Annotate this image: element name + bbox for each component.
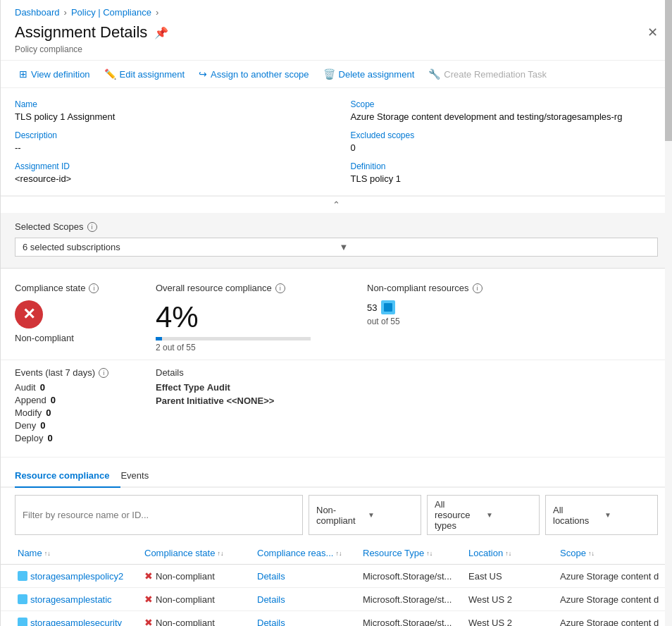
parent-initiative-row: Parent Initiative <<NONE>> — [156, 395, 367, 406]
table-row: storagesamplesecurity ✖ Non-compliant De… — [1, 611, 672, 626]
excluded-scopes-value: 0 — [351, 142, 659, 153]
compliance-progress-bar — [156, 337, 311, 340]
th-compliance-state[interactable]: Compliance state ↑↓ — [142, 542, 254, 564]
th-compliance-reason[interactable]: Compliance reas... ↑↓ — [254, 542, 360, 564]
resource-type-filter-value: All resource types — [435, 499, 480, 531]
compliance-out-of: 2 out of 55 — [156, 343, 353, 352]
scopes-dropdown[interactable]: 6 selected subscriptions ▼ — [15, 238, 658, 257]
td-compliance-state: ✖ Non-compliant — [142, 565, 254, 587]
details-link[interactable]: Details — [257, 594, 285, 605]
scopes-label: Selected Scopes i — [15, 221, 658, 232]
location-filter-value: All locations — [553, 505, 599, 526]
compliance-state-info-icon[interactable]: i — [89, 283, 99, 293]
compliance-state-text: Non-compliant — [156, 594, 215, 605]
event-deny: Deny 0 — [15, 420, 156, 431]
scopes-info-icon[interactable]: i — [87, 222, 97, 232]
td-scope: Azure Storage content d — [557, 588, 672, 610]
excluded-scopes-label: Excluded scopes — [351, 130, 659, 140]
edit-assignment-button[interactable]: ✏️ Edit assignment — [97, 65, 192, 83]
scopes-chevron-icon: ▼ — [340, 242, 651, 252]
breadcrumb-separator: › — [64, 7, 67, 18]
resource-type-icon-inner — [384, 303, 392, 312]
non-compliant-info-icon[interactable]: i — [473, 283, 483, 293]
assignment-id-field: Assignment ID <resource-id> — [15, 161, 323, 184]
compliance-filter-chevron-icon: ▼ — [368, 511, 413, 519]
compliance-state-label: Compliance state i — [15, 283, 142, 293]
scopes-label-text: Selected Scopes — [15, 221, 84, 232]
effect-type-row: Effect Type Audit — [156, 382, 367, 393]
pin-icon[interactable]: 📌 — [154, 26, 168, 39]
compliance-filter-dropdown[interactable]: Non-compliant ▼ — [309, 495, 421, 535]
th-scope[interactable]: Scope ↑↓ — [557, 542, 672, 564]
location-filter-dropdown[interactable]: All locations ▼ — [545, 495, 658, 535]
table-row: storagesamplestatic ✖ Non-compliant Deta… — [1, 588, 672, 611]
td-resource-type: Microsoft.Storage/st... — [360, 588, 466, 610]
details-link[interactable]: Details — [257, 571, 285, 582]
compliance-percent: 4% — [156, 300, 353, 334]
compliance-state-block: Compliance state i ✕ Non-compliant — [15, 283, 156, 352]
delete-assignment-button[interactable]: 🗑️ Delete assignment — [316, 65, 422, 83]
definition-value: TLS policy 1 — [351, 173, 659, 184]
resource-name-link[interactable]: storagesamplespolicy2 — [30, 571, 123, 582]
delete-icon: 🗑️ — [323, 68, 335, 80]
breadcrumb-dashboard[interactable]: Dashboard — [15, 7, 60, 18]
td-name: storagesamplespolicy2 — [15, 565, 142, 587]
assignment-id-value: <resource-id> — [15, 173, 323, 184]
th-location[interactable]: Location ↑↓ — [466, 542, 557, 564]
resource-type-filter-dropdown[interactable]: All resource types ▼ — [427, 495, 540, 535]
excluded-scopes-field: Excluded scopes 0 — [351, 130, 659, 153]
table-row: storagesamplespolicy2 ✖ Non-compliant De… — [1, 565, 672, 588]
breadcrumb: Dashboard › Policy | Compliance › — [1, 0, 672, 20]
row-resource-icon — [18, 594, 27, 604]
event-modify: Modify 0 — [15, 407, 156, 418]
th-resource-type[interactable]: Resource Type ↑↓ — [360, 542, 466, 564]
collapse-button[interactable]: ⌃ — [1, 196, 672, 213]
td-scope: Azure Storage content d — [557, 565, 672, 587]
sort-type-icon: ↑↓ — [426, 550, 433, 557]
tab-resource-compliance[interactable]: Resource compliance — [15, 465, 120, 488]
non-compliant-icon: ✕ — [15, 300, 43, 329]
td-name: storagesamplestatic — [15, 588, 142, 610]
sort-name-icon: ↑↓ — [44, 550, 51, 557]
assign-scope-button[interactable]: ↪ Assign to another scope — [192, 65, 316, 83]
tab-events[interactable]: Events — [120, 465, 160, 488]
td-resource-type: Microsoft.Storage/st... — [360, 611, 466, 626]
td-compliance-state: ✖ Non-compliant — [142, 611, 254, 626]
description-value: -- — [15, 142, 323, 153]
overall-compliance-info-icon[interactable]: i — [275, 283, 285, 293]
name-value: TLS policy 1 Assignment — [15, 111, 323, 122]
edit-icon: ✏️ — [104, 68, 116, 80]
td-compliance-state: ✖ Non-compliant — [142, 588, 254, 610]
collapse-icon: ⌃ — [332, 200, 340, 210]
scope-value: Azure Storage content development and te… — [351, 111, 659, 122]
scrollbar-thumb[interactable] — [665, 0, 672, 141]
details-section: Name TLS policy 1 Assignment Scope Azure… — [1, 88, 672, 196]
events-label: Events (last 7 days) i — [15, 367, 156, 378]
events-info-icon[interactable]: i — [99, 368, 108, 378]
assignment-id-label: Assignment ID — [15, 161, 323, 171]
close-icon[interactable]: ✕ — [647, 25, 658, 40]
description-field: Description -- — [15, 130, 323, 153]
compliance-state-text: Non-compliant — [156, 571, 215, 582]
scope-label: Scope — [351, 99, 659, 109]
x-icon: ✕ — [23, 305, 35, 324]
row-resource-icon — [18, 618, 27, 626]
resource-name-link[interactable]: storagesamplesecurity — [30, 618, 122, 627]
remediation-icon: 🔧 — [428, 68, 440, 80]
resource-name-filter[interactable] — [15, 495, 303, 535]
th-name[interactable]: Name ↑↓ — [15, 542, 142, 564]
view-definition-button[interactable]: ⊞ View definition — [12, 65, 97, 83]
location-chevron-icon: ▼ — [604, 511, 650, 519]
breadcrumb-policy-compliance[interactable]: Policy | Compliance — [71, 7, 151, 18]
status-x-icon: ✖ — [144, 570, 153, 582]
name-label: Name — [15, 99, 323, 109]
breadcrumb-separator2: › — [156, 7, 158, 18]
td-resource-type: Microsoft.Storage/st... — [360, 565, 466, 587]
create-remediation-button[interactable]: 🔧 Create Remediation Task — [421, 65, 554, 83]
details-link[interactable]: Details — [257, 618, 285, 627]
non-compliant-resources-label: Non-compliant resources i — [367, 283, 508, 293]
td-location: West US 2 — [466, 611, 557, 626]
resource-name-link[interactable]: storagesamplestatic — [30, 594, 112, 605]
metrics-section: Compliance state i ✕ Non-compliant Overa… — [1, 269, 672, 360]
scrollbar-track — [665, 0, 672, 626]
